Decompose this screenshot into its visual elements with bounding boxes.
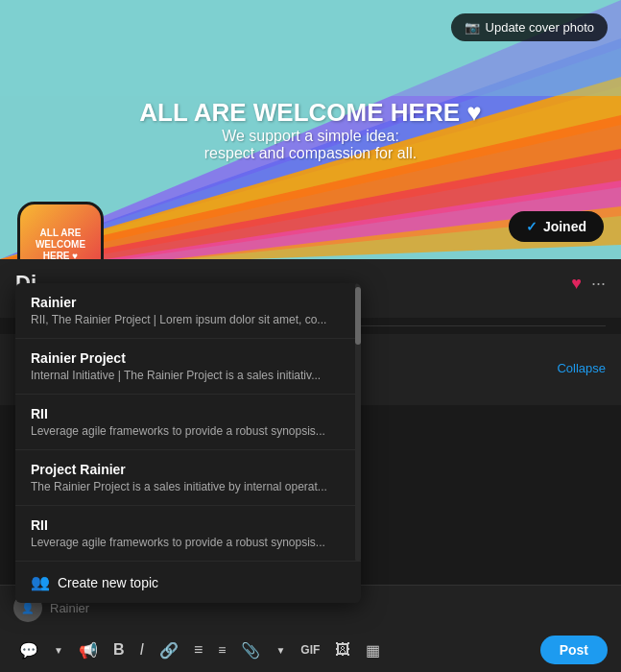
composer-avatar-icon: 👤 — [21, 602, 35, 614]
create-new-topic-item[interactable]: 👥 Create new topic — [15, 562, 361, 603]
dropdown-scroll-area[interactable]: Rainier RII, The Rainier Project | Lorem… — [15, 283, 361, 562]
image-button[interactable]: 🖼 — [329, 637, 356, 662]
attachment-dropdown-button[interactable]: ▼ — [270, 641, 291, 660]
dropdown-item-3-title: Project Rainier — [31, 462, 346, 477]
collapse-button[interactable]: Collapse — [557, 361, 606, 375]
people-icon: 👥 — [31, 573, 50, 591]
cover-photo: ALL ARE WELCOME HERE ♥ We support a simp… — [0, 0, 621, 259]
cover-headline: ALL ARE WELCOME HERE ♥ — [139, 98, 481, 128]
dropdown-item-4-sub: Leverage agile frameworks to provide a r… — [31, 536, 346, 549]
compose-toolbar: 💬 ▼ 📢 B I 🔗 ≡ ≡ 📎 ▼ GIF 🖼 ▦ Post — [0, 630, 621, 672]
dropdown-item-1[interactable]: Rainier Project Internal Initiative | Th… — [15, 339, 361, 395]
dropdown-item-1-title: Rainier Project — [31, 350, 346, 366]
group-avatar-text: ALL AREWELCOMEHERE ♥ — [32, 224, 89, 259]
chat-dropdown-button[interactable]: ▼ — [48, 641, 69, 660]
bold-button[interactable]: B — [107, 637, 131, 662]
more-button[interactable]: ··· — [591, 274, 606, 294]
more-formats-button[interactable]: ▦ — [360, 637, 386, 663]
compose-topic-label: Rainier — [50, 601, 89, 615]
cover-text-block: ALL ARE WELCOME HERE ♥ We support a simp… — [139, 98, 481, 162]
chat-bubble-button[interactable]: 💬 — [13, 637, 44, 663]
unordered-list-button[interactable]: ≡ — [188, 637, 208, 662]
dropdown-item-2[interactable]: RII Leverage agile frameworks to provide… — [15, 395, 361, 450]
link-button[interactable]: 🔗 — [154, 637, 184, 663]
title-actions: ♥ ··· — [571, 274, 606, 294]
dropdown-item-0-title: Rainier — [31, 295, 346, 310]
announcement-button[interactable]: 📢 — [73, 637, 104, 663]
heart-button[interactable]: ♥ — [571, 274, 582, 294]
cover-subtext1: We support a simple idea: — [139, 128, 481, 145]
checkmark-icon: ✓ — [526, 219, 537, 234]
group-avatar: ALL AREWELCOMEHERE ♥ — [17, 202, 104, 259]
create-topic-label: Create new topic — [58, 575, 158, 590]
update-cover-label: Update cover photo — [486, 20, 594, 35]
dropdown-item-2-sub: Leverage agile frameworks to provide a r… — [31, 424, 346, 438]
dropdown-item-0-sub: RII, The Rainier Project | Lorem ipsum d… — [31, 313, 346, 326]
italic-button[interactable]: I — [133, 637, 149, 662]
camera-icon: 📷 — [465, 20, 480, 35]
attachment-button[interactable]: 📎 — [235, 637, 266, 663]
joined-label: Joined — [543, 219, 586, 234]
dropdown-item-0[interactable]: Rainier RII, The Rainier Project | Lorem… — [15, 283, 361, 339]
dropdown-item-4-title: RII — [31, 517, 346, 533]
dropdown-item-1-sub: Internal Initiative | The Rainier Projec… — [31, 369, 346, 382]
cover-subtext2: respect and compassion for all. — [139, 145, 481, 162]
dropdown-item-3-sub: The Rainier Project is a sales initiativ… — [31, 480, 346, 493]
gif-button[interactable]: GIF — [295, 639, 325, 660]
dropdown-item-3[interactable]: Project Rainier The Rainier Project is a… — [15, 450, 361, 506]
post-button[interactable]: Post — [540, 636, 608, 664]
ordered-list-button[interactable]: ≡ — [212, 638, 231, 661]
joined-button[interactable]: ✓ Joined — [509, 211, 604, 242]
topic-dropdown: Rainier RII, The Rainier Project | Lorem… — [15, 283, 361, 603]
dropdown-item-4[interactable]: RII Leverage agile frameworks to provide… — [15, 506, 361, 562]
dropdown-item-2-title: RII — [31, 406, 346, 421]
update-cover-button[interactable]: 📷 Update cover photo — [451, 13, 608, 41]
